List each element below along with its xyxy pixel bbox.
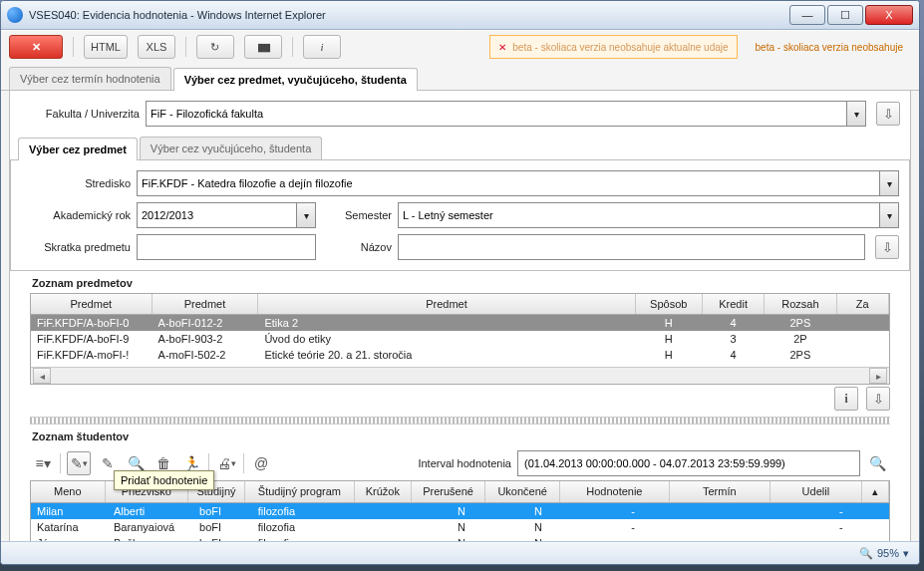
zoom-icon: 🔍 bbox=[859, 547, 873, 560]
stredisko-combo[interactable]: ▾ bbox=[137, 170, 899, 196]
tooltip: Pridať hodnotenie bbox=[114, 470, 214, 490]
skratka-label: Skratka predmetu bbox=[21, 241, 131, 253]
col-header[interactable]: Študijný program bbox=[245, 481, 355, 502]
akrok-label: Akademický rok bbox=[21, 209, 131, 221]
stredisko-input[interactable] bbox=[137, 170, 880, 196]
zoom-value: 95% bbox=[877, 547, 899, 559]
zoom-control[interactable]: 🔍 95% ▾ bbox=[859, 547, 909, 560]
tab-via-vyucujuci[interactable]: Výber cez vyučujúceho, študenta bbox=[140, 137, 322, 159]
nazov-input-wrap[interactable] bbox=[398, 234, 865, 260]
grid-info-button[interactable]: i bbox=[834, 387, 858, 411]
tab-via-predmet[interactable]: Výber cez predmet bbox=[18, 138, 138, 160]
table-row[interactable]: MilanAlbertiboFIfilozofiaNN-- bbox=[31, 503, 889, 519]
sub-tabs: Výber cez predmet Výber cez vyučujúceho,… bbox=[10, 133, 910, 160]
filter-icon[interactable]: ≡▾ bbox=[32, 452, 54, 474]
refresh-button[interactable]: ↻ bbox=[196, 35, 234, 59]
maximize-button[interactable]: ☐ bbox=[827, 5, 863, 25]
nazov-input[interactable] bbox=[398, 234, 865, 260]
tab-termin[interactable]: Výber cez termín hodnotenia bbox=[9, 67, 171, 90]
col-header[interactable]: Predmet bbox=[258, 294, 635, 314]
chevron-down-icon[interactable]: ▾ bbox=[847, 101, 866, 127]
predmety-grid[interactable]: PredmetPredmetPredmetSpôsobKreditRozsahZ… bbox=[30, 293, 890, 385]
statusbar: 🔍 95% ▾ bbox=[1, 541, 919, 564]
col-header[interactable]: ▴ bbox=[862, 481, 889, 502]
main-tabs: Výber cez termín hodnotenia Výber cez pr… bbox=[1, 63, 919, 91]
table-row[interactable]: FiF.KFDF/A-boFI-9A-boFI-903-2Úvod do eti… bbox=[31, 331, 889, 347]
grid-scrollbar[interactable]: ◂ ▸ bbox=[31, 367, 889, 384]
col-header[interactable]: Predmet bbox=[153, 294, 259, 314]
minimize-button[interactable]: — bbox=[789, 5, 825, 25]
titlebar: VSES040: Evidencia hodnotenia - Windows … bbox=[1, 1, 919, 30]
col-header[interactable]: Termín bbox=[670, 481, 770, 502]
window-title: VSES040: Evidencia hodnotenia - Windows … bbox=[29, 9, 789, 21]
col-header[interactable]: Hodnotenie bbox=[560, 481, 670, 502]
fakulta-label: Fakulta / Univerzita bbox=[20, 108, 140, 120]
col-header[interactable]: Rozsah bbox=[765, 294, 836, 314]
semester-combo[interactable]: ▾ bbox=[398, 202, 899, 228]
col-header[interactable]: Prerušené bbox=[412, 481, 486, 502]
info-button[interactable]: i bbox=[303, 35, 341, 59]
fakulta-combo[interactable]: ▾ bbox=[146, 101, 866, 127]
semester-label: Semester bbox=[322, 209, 392, 221]
search-button[interactable]: ⇩ bbox=[875, 235, 899, 259]
col-header[interactable]: Krúžok bbox=[355, 481, 412, 502]
col-header[interactable]: Za bbox=[837, 294, 889, 314]
interval-label: Interval hodnotenia bbox=[418, 457, 511, 469]
semester-input[interactable] bbox=[398, 202, 880, 228]
col-header[interactable]: Kredit bbox=[703, 294, 765, 314]
chevron-down-icon[interactable]: ▾ bbox=[297, 202, 316, 228]
email-icon[interactable]: @ bbox=[250, 452, 272, 474]
interval-input[interactable] bbox=[517, 450, 860, 476]
col-header[interactable]: Ukončené bbox=[485, 481, 560, 502]
predmety-heading: Zoznam predmetov bbox=[32, 277, 900, 289]
ie-icon bbox=[7, 7, 23, 23]
beta-banner-1: ✕beta - skoliaca verzia neobsahuje aktua… bbox=[489, 35, 737, 59]
col-header[interactable]: Spôsob bbox=[636, 294, 703, 314]
chevron-down-icon[interactable]: ▾ bbox=[880, 170, 899, 196]
chevron-down-icon[interactable]: ▾ bbox=[880, 202, 899, 228]
students-toolbar: ≡▾ ✎▾ Pridať hodnotenie ✎ 🔍 🗑 🏃 🖨▾ @ Int… bbox=[20, 446, 900, 480]
chart-button[interactable]: ▮▮▮ bbox=[244, 35, 282, 59]
table-row[interactable]: FiF.KFDF/A-moFI-!A-moFI-502-2Etické teór… bbox=[31, 347, 889, 363]
skratka-input[interactable] bbox=[137, 234, 316, 260]
scroll-right-icon[interactable]: ▸ bbox=[869, 368, 887, 384]
splitter[interactable] bbox=[30, 417, 890, 425]
skratka-input-wrap[interactable] bbox=[137, 234, 316, 260]
fakulta-input[interactable] bbox=[146, 101, 847, 127]
interval-search-icon[interactable]: 🔍 bbox=[866, 452, 888, 474]
grid-apply-button[interactable]: ⇩ bbox=[866, 387, 890, 411]
studenti-heading: Zoznam študentov bbox=[32, 430, 900, 442]
export-html-button[interactable]: HTML bbox=[84, 35, 128, 59]
close-button[interactable] bbox=[9, 35, 63, 59]
akrok-combo[interactable]: ▾ bbox=[137, 202, 316, 228]
beta-banner-2: beta - skoliaca verzia neobsahuje bbox=[748, 36, 911, 58]
table-row[interactable]: KatarínaBaranyaiováboFIfilozofiaNN-- bbox=[31, 519, 889, 535]
nazov-label: Názov bbox=[322, 241, 392, 253]
stredisko-label: Stredisko bbox=[21, 177, 131, 189]
add-grade-button[interactable]: ✎▾ bbox=[67, 451, 91, 475]
print-icon[interactable]: 🖨▾ bbox=[215, 452, 237, 474]
tab-predmet[interactable]: Výber cez predmet, vyučujúceho, študenta bbox=[173, 68, 418, 91]
export-xls-button[interactable]: XLS bbox=[138, 35, 175, 59]
chevron-down-icon[interactable]: ▾ bbox=[903, 547, 909, 560]
close-window-button[interactable]: X bbox=[865, 5, 913, 25]
akrok-input[interactable] bbox=[137, 202, 297, 228]
app-toolbar: HTML XLS ↻ ▮▮▮ i ✕beta - skoliaca verzia… bbox=[1, 31, 919, 63]
col-header[interactable]: Udelil bbox=[770, 481, 862, 502]
table-row[interactable]: FiF.KFDF/A-boFI-0A-boFI-012-2Etika 2H42P… bbox=[31, 315, 889, 331]
main-panel: Fakulta / Univerzita ▾ ⇩ Výber cez predm… bbox=[9, 91, 911, 541]
col-header[interactable]: Predmet bbox=[31, 294, 153, 314]
col-header[interactable]: Meno bbox=[31, 481, 106, 502]
scroll-left-icon[interactable]: ◂ bbox=[33, 368, 51, 384]
apply-fakulta-button[interactable]: ⇩ bbox=[876, 102, 900, 126]
